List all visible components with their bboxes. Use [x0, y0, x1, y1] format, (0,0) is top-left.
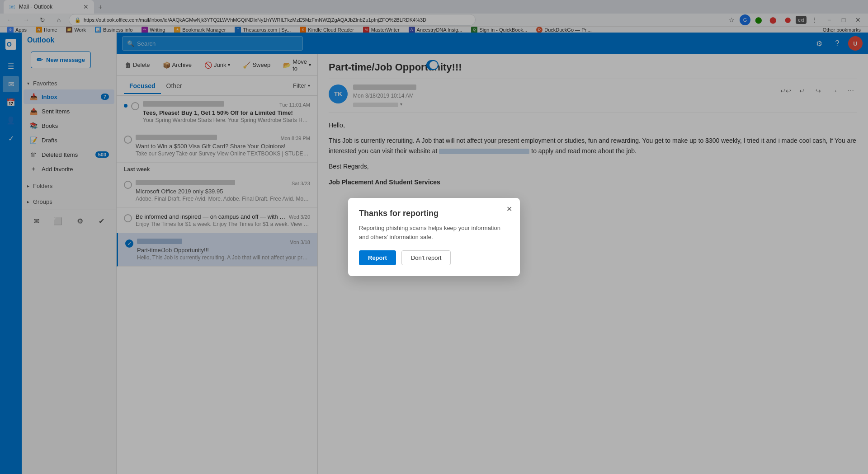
modal-actions: Report Don't report: [359, 250, 509, 265]
modal-close-button[interactable]: ✕: [504, 203, 514, 214]
modal-overlay: ✕ Thanks for reporting Reporting phishin…: [0, 0, 868, 474]
modal-title: Thanks for reporting: [359, 209, 509, 218]
reporting-dialog: ✕ Thanks for reporting Reporting phishin…: [348, 198, 520, 276]
modal-body: Reporting phishing scams helps keep your…: [359, 224, 509, 241]
dont-report-button[interactable]: Don't report: [401, 250, 451, 265]
report-button[interactable]: Report: [359, 250, 396, 265]
